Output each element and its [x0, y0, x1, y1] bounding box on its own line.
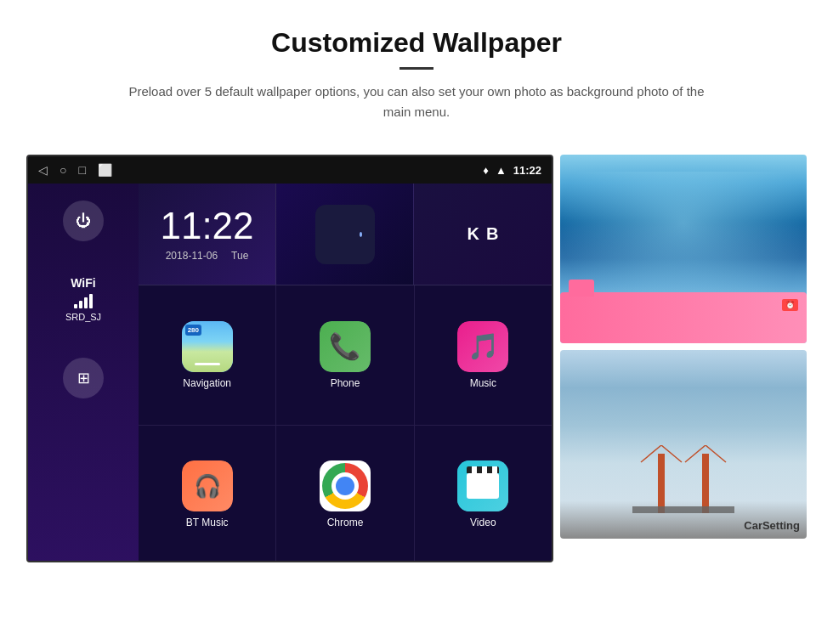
shortcut-k[interactable]: K	[468, 224, 479, 244]
location-icon: ♦	[483, 164, 489, 177]
music-label: Music	[470, 377, 496, 389]
status-bar: ◁ ○ □ ⬜ ♦ ▲ 11:22	[28, 156, 552, 184]
chrome-icon-inner	[322, 463, 368, 509]
wave-mid	[343, 223, 354, 246]
app-cell-phone[interactable]: 📞 Phone	[276, 285, 413, 425]
music-device-top	[569, 280, 594, 297]
clock-date-value: 2018-11-06	[166, 250, 218, 262]
wifi-info: WiFi SRD_SJ	[65, 275, 101, 324]
app-shortcuts: K B	[414, 184, 552, 285]
signal-widget	[315, 205, 375, 264]
nav-badge: 280	[185, 325, 201, 336]
music-icon: 🎵	[457, 321, 508, 372]
phone-icon-inner: 📞	[320, 321, 371, 372]
android-screen: ◁ ○ □ ⬜ ♦ ▲ 11:22 ⏻ WiFi	[26, 155, 553, 562]
page-header: Customized Wallpaper Preload over 5 defa…	[0, 0, 833, 139]
wifi-bars	[65, 294, 101, 308]
clapper-stripe-1	[472, 466, 477, 473]
main-content: ◁ ○ □ ⬜ ♦ ▲ 11:22 ⏻ WiFi	[0, 155, 833, 562]
status-left-icons: ◁ ○ □ ⬜	[38, 163, 112, 177]
video-label: Video	[470, 517, 496, 528]
alarm-display: ⏰	[782, 299, 798, 311]
back-icon[interactable]: ◁	[38, 163, 48, 177]
nav-road	[195, 363, 220, 365]
app-grid: 280 Navigation 📞 Phone	[139, 285, 552, 562]
app-cell-video[interactable]: Video	[415, 426, 552, 563]
signal-section	[276, 184, 414, 285]
android-body: ⏻ WiFi SRD_SJ ⊞	[28, 184, 552, 562]
nav-icon-inner: 280	[182, 321, 233, 372]
wallpaper-thumbnails: ⏰ CarSetting	[560, 155, 807, 539]
bluetooth-symbol: 🎧	[194, 473, 221, 500]
bt-icon-inner: 🎧	[182, 460, 233, 511]
app-cell-chrome[interactable]: Chrome	[276, 426, 413, 563]
svg-line-1	[661, 445, 682, 462]
wifi-network: SRD_SJ	[65, 311, 101, 324]
navigation-label: Navigation	[183, 377, 231, 389]
phone-icon: 📞	[320, 321, 371, 372]
power-button[interactable]: ⏻	[63, 201, 104, 241]
clapper-stripe-3	[492, 466, 497, 473]
video-icon-inner	[457, 460, 508, 511]
clapper-stripe-2	[482, 466, 487, 473]
page-description: Preload over 5 default wallpaper options…	[128, 82, 706, 122]
status-right-info: ♦ ▲ 11:22	[483, 164, 541, 177]
apps-grid-button[interactable]: ⊞	[63, 358, 104, 398]
app-cell-navigation[interactable]: 280 Navigation	[139, 285, 275, 425]
btmusic-icon: 🎧	[182, 460, 233, 511]
android-main: 11:22 2018-11-06 Tue	[139, 184, 552, 562]
title-divider	[400, 67, 434, 70]
clock-time: 11:22	[160, 207, 253, 245]
photo-icon: ⬜	[98, 163, 112, 177]
bridge-structure	[632, 445, 734, 513]
clapperboard	[467, 473, 499, 499]
bridge-road	[632, 506, 734, 513]
page-title: Customized Wallpaper	[68, 27, 765, 59]
music-device: ⏰	[560, 292, 807, 343]
wave-inner	[354, 229, 360, 240]
wifi-bar-1	[74, 304, 77, 308]
signal-icon: ▲	[496, 164, 507, 177]
thumbnail-golden-gate[interactable]: CarSetting	[560, 350, 807, 539]
phone-label: Phone	[331, 377, 360, 389]
svg-line-0	[641, 445, 661, 462]
android-sidebar: ⏻ WiFi SRD_SJ ⊞	[28, 184, 139, 562]
top-info-row: 11:22 2018-11-06 Tue	[139, 184, 552, 285]
shortcut-b[interactable]: B	[486, 224, 498, 244]
home-icon[interactable]: ○	[60, 163, 66, 177]
signal-waves	[328, 217, 362, 251]
wifi-bar-2	[79, 301, 82, 308]
wave-outer	[328, 218, 343, 251]
carsetting-label: CarSetting	[744, 519, 800, 532]
svg-line-2	[685, 445, 706, 462]
thumbnail-ice-cave[interactable]: ⏰	[560, 155, 807, 343]
navigation-icon: 280	[182, 321, 233, 372]
clock-section: 11:22 2018-11-06 Tue	[139, 184, 276, 285]
clock-day-value: Tue	[231, 250, 248, 262]
app-cell-btmusic[interactable]: 🎧 BT Music	[139, 426, 275, 563]
chrome-label: Chrome	[327, 517, 364, 528]
app-cell-music[interactable]: 🎵 Music	[415, 285, 552, 425]
wave-center-dot	[360, 232, 362, 237]
btmusic-label: BT Music	[186, 517, 229, 528]
chrome-icon	[320, 460, 371, 511]
music-icon-inner: 🎵	[457, 321, 508, 372]
svg-line-3	[706, 445, 726, 462]
wifi-bar-3	[84, 297, 88, 308]
wifi-bar-4	[89, 294, 93, 308]
wifi-label: WiFi	[71, 276, 95, 290]
bridge-cables-svg	[632, 445, 734, 505]
video-icon	[457, 460, 508, 511]
recent-icon[interactable]: □	[78, 163, 85, 177]
clock-date: 2018-11-06 Tue	[166, 250, 249, 262]
status-time: 11:22	[513, 164, 541, 177]
